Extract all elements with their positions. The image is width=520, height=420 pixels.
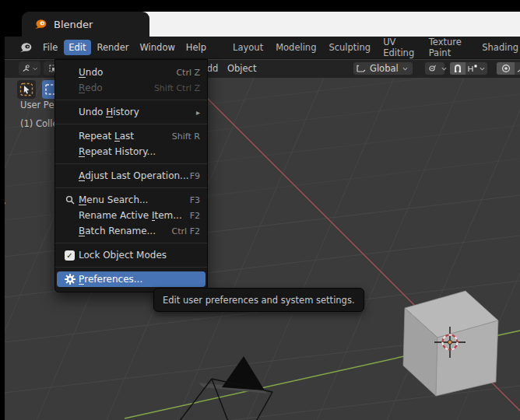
- magnet-icon: [453, 64, 462, 73]
- snap-increment-icon: [468, 65, 478, 73]
- pivot-point-dropdown[interactable]: [424, 61, 445, 75]
- menu-item-label: Lock Object Modes: [79, 250, 167, 261]
- menu-item-label: Preferences...: [79, 274, 142, 285]
- falloff-dropdown[interactable]: [515, 62, 520, 75]
- blender-logo-icon: [32, 18, 47, 31]
- menu-item-adjust-last-operation[interactable]: Adjust Last Operation...F9: [55, 168, 207, 184]
- window-tab-blender[interactable]: Blender: [22, 12, 149, 37]
- transform-orientation-dropdown[interactable]: Global: [353, 61, 413, 75]
- menu-item-repeat-last[interactable]: Repeat LastShift R: [55, 128, 207, 144]
- window-title: Blender: [54, 19, 93, 30]
- pivot-point-icon: [425, 62, 439, 75]
- snap-toggle[interactable]: [450, 62, 466, 75]
- menu-item-label: Redo: [79, 82, 103, 94]
- tooltip-text: Edit user preferences and system setting…: [163, 295, 355, 306]
- topbar: File Edit Render Window Help Layout Mode…: [5, 37, 520, 59]
- tooltip: Edit user preferences and system setting…: [153, 288, 364, 312]
- menu-item-shortcut: Shift R: [172, 131, 200, 142]
- menu-bar: File Edit Render Window Help: [38, 40, 211, 55]
- screen: Blender File Edit Render Window Help: [0, 0, 520, 420]
- menu-render[interactable]: Render: [93, 40, 134, 55]
- search-icon: [61, 195, 79, 205]
- menu-item-label: Repeat History...: [79, 146, 156, 158]
- menu-item-redo[interactable]: RedoShift Ctrl Z: [55, 80, 207, 96]
- proportional-editing-icon: [501, 64, 511, 73]
- menu-item-menu-search[interactable]: Menu Search...F3: [55, 192, 207, 208]
- chevron-down-icon: [33, 67, 37, 71]
- menu-item-rename-active-item[interactable]: Rename Active Item...F2: [55, 208, 207, 223]
- tab-layout[interactable]: Layout: [231, 40, 265, 55]
- menu-edit[interactable]: Edit: [64, 40, 90, 55]
- tab-uv-editing[interactable]: UV Editing: [381, 34, 418, 61]
- menu-separator: [55, 124, 207, 124]
- chevron-down-icon: [400, 62, 410, 75]
- chevron-down-icon: [480, 67, 485, 71]
- menu-separator: [55, 100, 207, 100]
- menu-item-repeat-history[interactable]: Repeat History...: [55, 144, 207, 159]
- proportional-editing-toggle[interactable]: [497, 62, 515, 75]
- transform-orientation-icon: [353, 62, 368, 75]
- menu-separator: [55, 163, 207, 164]
- menu-item-label: Batch Rename...: [79, 226, 156, 237]
- menu-item-label: Adjust Last Operation...: [79, 170, 189, 182]
- menu-item-label: Menu Search...: [79, 194, 148, 206]
- menu-item-shortcut: Ctrl Z: [176, 68, 200, 78]
- menu-item-batch-rename[interactable]: Batch Rename...Ctrl F2: [55, 223, 207, 239]
- menu-separator: [55, 187, 207, 188]
- toolbar-expand-icon[interactable]: ›: [5, 196, 6, 210]
- menu-item-shortcut: Ctrl F2: [172, 226, 200, 236]
- menu-window[interactable]: Window: [135, 40, 179, 55]
- editor-type-selector[interactable]: [19, 61, 40, 75]
- menu-item-label: Repeat Last: [79, 131, 134, 142]
- menu-item-shortcut: F9: [190, 171, 200, 181]
- menu-file[interactable]: File: [38, 40, 62, 55]
- menu-item-label: Undo History: [79, 107, 139, 118]
- menu-item-label: Rename Active Item...: [79, 210, 182, 222]
- object-menu[interactable]: Object: [227, 63, 256, 74]
- menu-item-undo-history[interactable]: Undo History▸: [55, 104, 207, 120]
- menu-item-shortcut: Shift Ctrl Z: [154, 83, 200, 93]
- menu-item-undo[interactable]: UndoCtrl Z: [55, 65, 207, 80]
- menu-item-label: Undo: [79, 67, 103, 79]
- proportional-edit-widget: [496, 61, 520, 75]
- menu-item-preferences[interactable]: Preferences...: [57, 271, 206, 287]
- tab-texture-paint[interactable]: Texture Paint: [427, 34, 472, 61]
- submenu-arrow-icon: ▸: [196, 108, 200, 117]
- snap-widget: [449, 61, 488, 75]
- edit-menu-dropdown: UndoCtrl ZRedoShift Ctrl ZUndo History▸R…: [54, 59, 208, 292]
- falloff-curve-icon: [517, 64, 520, 73]
- snap-with-dropdown[interactable]: [466, 62, 487, 75]
- menu-separator: [55, 267, 207, 268]
- tab-modeling[interactable]: Modeling: [274, 40, 318, 55]
- chevron-down-icon: [439, 62, 449, 75]
- checkbox-checked-icon: ✓: [61, 250, 79, 261]
- workspace-tabs: Layout Modeling Sculpting UV Editing Tex…: [231, 34, 520, 61]
- orientation-value: Global: [368, 63, 400, 74]
- gear-icon: [61, 274, 79, 285]
- menu-separator: [55, 243, 207, 243]
- menu-item-lock-object-modes[interactable]: ✓Lock Object Modes: [55, 247, 207, 263]
- menu-item-shortcut: F2: [190, 211, 200, 221]
- blender-menu-logo-icon[interactable]: [17, 41, 32, 54]
- tab-sculpting[interactable]: Sculpting: [327, 40, 372, 55]
- menu-item-shortcut: F3: [190, 195, 200, 205]
- tab-shading[interactable]: Shading: [480, 40, 520, 55]
- tweak-tool-icon: [19, 82, 33, 96]
- tool-tweak-button[interactable]: [17, 80, 36, 99]
- cone-object[interactable]: [174, 356, 272, 420]
- menu-help[interactable]: Help: [181, 40, 211, 55]
- editor-type-icon: [22, 64, 30, 73]
